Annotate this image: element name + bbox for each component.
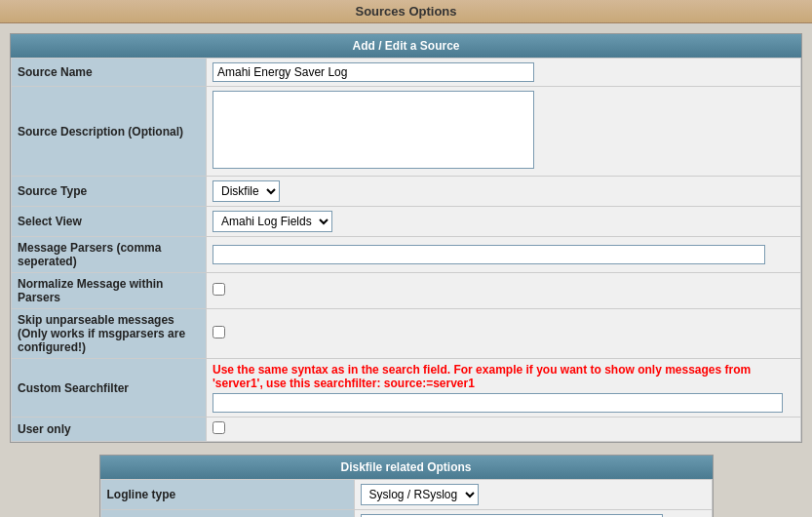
syslog-file-cell [354, 510, 712, 518]
source-type-row: Source Type Diskfile [12, 177, 801, 207]
custom-searchfilter-cell: Use the same syntax as in the search fie… [207, 359, 801, 418]
select-view-select[interactable]: Amahi Log Fields [213, 211, 332, 232]
source-name-label: Source Name [12, 59, 207, 87]
source-type-label: Source Type [12, 177, 207, 207]
custom-searchfilter-input[interactable] [213, 393, 783, 413]
logline-type-row: Logline type Syslog / RSyslog [100, 480, 712, 510]
source-type-cell: Diskfile [207, 177, 801, 207]
message-parsers-cell [207, 237, 801, 273]
source-name-input[interactable] [213, 62, 534, 82]
source-form-table: Source Name Source Description (Optional… [11, 58, 801, 442]
user-only-cell [207, 418, 801, 442]
source-type-select[interactable]: Diskfile [213, 180, 280, 202]
custom-searchfilter-row: Custom Searchfilter Use the same syntax … [12, 359, 801, 418]
message-parsers-label: Message Parsers (comma seperated) [12, 237, 207, 273]
user-only-row: User only [12, 418, 801, 442]
message-parsers-input[interactable] [213, 245, 765, 264]
searchfilter-hint: Use the same syntax as in the search fie… [213, 363, 794, 390]
logline-type-cell: Syslog / RSyslog [354, 480, 712, 510]
diskfile-form-table: Logline type Syslog / RSyslog Syslog fil… [100, 479, 713, 517]
syslog-file-label: Syslog file [100, 510, 354, 518]
diskfile-options-header: Diskfile related Options [100, 456, 713, 479]
source-description-cell [207, 87, 801, 177]
select-view-row: Select View Amahi Log Fields [12, 207, 801, 237]
source-name-cell [207, 59, 801, 87]
normalize-message-row: Normalize Message within Parsers [12, 273, 801, 309]
normalize-message-checkbox[interactable] [213, 283, 225, 296]
select-view-label: Select View [12, 207, 207, 237]
skip-unparseable-label: Skip unparseable messages (Only works if… [12, 309, 207, 359]
page-title: Sources Options [0, 0, 812, 23]
normalize-message-label: Normalize Message within Parsers [12, 273, 207, 309]
source-description-textarea[interactable] [213, 91, 534, 169]
user-only-checkbox[interactable] [213, 421, 225, 434]
custom-searchfilter-label: Custom Searchfilter [12, 359, 207, 418]
message-parsers-row: Message Parsers (comma seperated) [12, 237, 801, 273]
source-name-row: Source Name [12, 59, 801, 87]
user-only-label: User only [12, 418, 207, 442]
logline-type-label: Logline type [100, 480, 354, 510]
syslog-file-row: Syslog file [100, 510, 712, 518]
diskfile-options-panel: Diskfile related Options Logline type Sy… [99, 455, 714, 517]
add-edit-source-header: Add / Edit a Source [11, 34, 801, 58]
select-view-cell: Amahi Log Fields [207, 207, 801, 237]
skip-unparseable-cell [207, 309, 801, 359]
skip-unparseable-checkbox[interactable] [213, 326, 225, 338]
source-description-label: Source Description (Optional) [12, 87, 207, 177]
normalize-message-cell [207, 273, 801, 309]
add-edit-source-panel: Add / Edit a Source Source Name Source D… [10, 33, 802, 443]
skip-unparseable-row: Skip unparseable messages (Only works if… [12, 309, 801, 359]
logline-type-select[interactable]: Syslog / RSyslog [361, 484, 479, 505]
source-description-row: Source Description (Optional) [12, 87, 801, 177]
